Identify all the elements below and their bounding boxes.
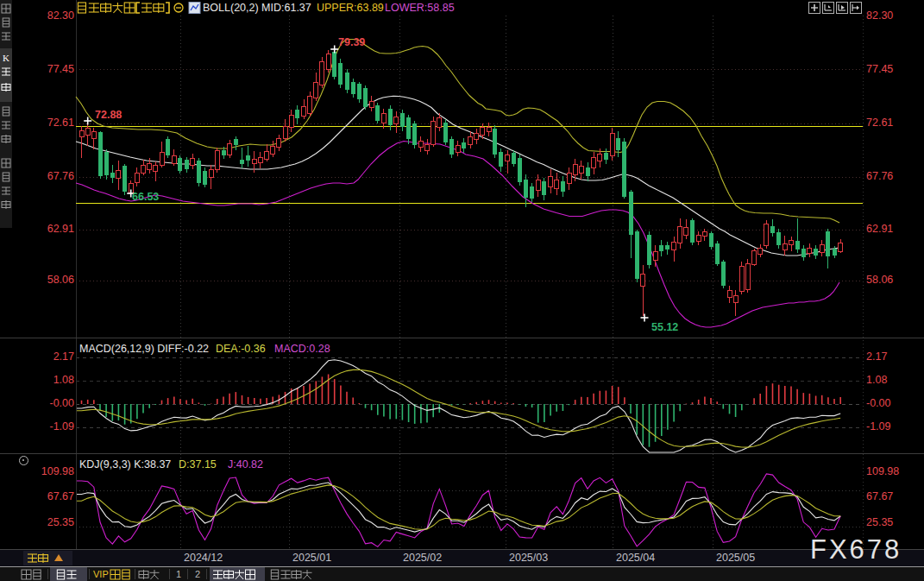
svg-text:1: 1 <box>176 569 181 579</box>
svg-text:K: K <box>3 53 9 63</box>
svg-text:VIP: VIP <box>93 569 109 579</box>
svg-text:2: 2 <box>195 569 200 579</box>
